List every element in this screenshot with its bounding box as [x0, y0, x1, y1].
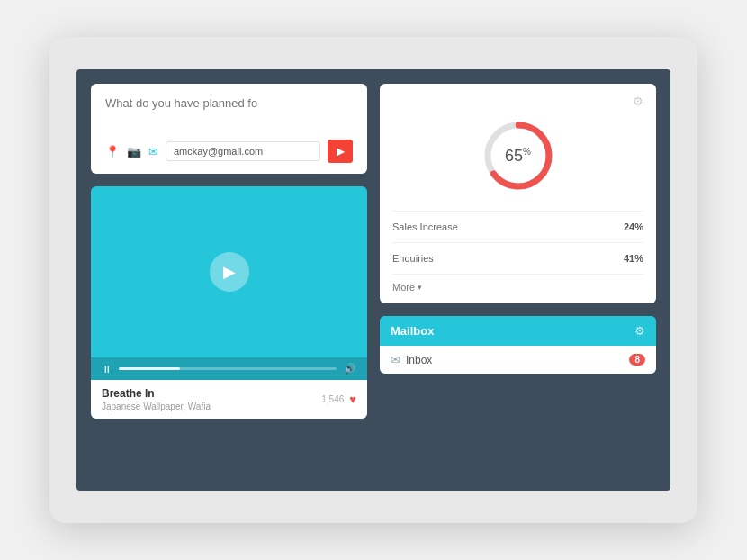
donut-chart: 65% — [392, 115, 644, 196]
video-controls: ⏸ 🔊 — [91, 357, 367, 380]
more-link[interactable]: More ▾ — [392, 280, 644, 293]
enquiries-label: Enquiries — [392, 253, 434, 264]
more-arrow-icon: ▾ — [418, 283, 422, 292]
stats-gear-icon[interactable]: ⚙ — [633, 95, 644, 108]
video-meta: 1,546 ♥ — [321, 393, 356, 406]
email-field[interactable] — [166, 141, 320, 161]
more-label: More — [392, 282, 415, 293]
stats-header: ⚙ — [392, 95, 644, 108]
right-column: ⚙ 65% Sales Increase 24% — [380, 84, 656, 419]
pause-icon[interactable]: ⏸ — [102, 364, 112, 375]
device-frame: 📍 📷 ✉ ▶ ▶ ⏸ — [50, 37, 698, 523]
send-icon: ▶ — [337, 145, 345, 158]
video-card: ▶ ⏸ 🔊 Breathe In Japanese Wallpaper, Waf… — [91, 186, 367, 419]
video-subtitle: Japanese Wallpaper, Wafia — [102, 402, 211, 411]
view-count: 1,546 — [321, 394, 344, 404]
video-text: Breathe In Japanese Wallpaper, Wafia — [102, 387, 211, 411]
play-icon: ▶ — [223, 262, 236, 282]
sales-label: Sales Increase — [392, 221, 458, 232]
enquiries-value: 41% — [624, 253, 644, 264]
stats-divider-3 — [392, 274, 644, 275]
donut-label: 65% — [505, 147, 531, 166]
location-icon[interactable]: 📍 — [105, 145, 120, 158]
mailbox-body: ✉ Inbox 8 — [380, 346, 656, 374]
left-column: 📍 📷 ✉ ▶ ▶ ⏸ — [91, 84, 367, 419]
progress-fill — [119, 367, 180, 370]
camera-icon[interactable]: 📷 — [127, 145, 141, 158]
stats-row-sales: Sales Increase 24% — [392, 217, 644, 237]
post-actions-bar: 📍 📷 ✉ ▶ — [105, 140, 353, 163]
donut-value: 65 — [505, 147, 523, 165]
post-card: 📍 📷 ✉ ▶ — [91, 84, 367, 174]
volume-icon[interactable]: 🔊 — [344, 363, 356, 375]
stats-row-enquiries: Enquiries 41% — [392, 248, 644, 268]
video-main-area: ▶ — [91, 186, 367, 357]
mailbox-gear-icon[interactable]: ⚙ — [634, 324, 645, 338]
heart-icon[interactable]: ♥ — [349, 393, 356, 406]
progress-bar[interactable] — [119, 367, 337, 370]
video-title: Breathe In — [102, 387, 211, 400]
inbox-left: ✉ Inbox — [391, 353, 432, 366]
stats-divider-2 — [392, 242, 644, 243]
sales-value: 24% — [624, 221, 644, 232]
stats-card: ⚙ 65% Sales Increase 24% — [380, 84, 656, 303]
inbox-mail-icon: ✉ — [391, 353, 400, 366]
play-button[interactable]: ▶ — [210, 252, 249, 292]
send-button[interactable]: ▶ — [328, 140, 353, 163]
inbox-badge: 8 — [629, 354, 645, 366]
mailbox-card: Mailbox ⚙ ✉ Inbox 8 — [380, 316, 656, 374]
mailbox-header: Mailbox ⚙ — [380, 316, 656, 346]
inbox-label: Inbox — [406, 354, 432, 366]
stats-divider-1 — [392, 211, 644, 212]
screen: 📍 📷 ✉ ▶ ▶ ⏸ — [76, 69, 670, 491]
mail-icon[interactable]: ✉ — [148, 145, 158, 158]
post-input[interactable] — [105, 96, 353, 131]
donut-suffix: % — [523, 147, 531, 157]
video-info: Breathe In Japanese Wallpaper, Wafia 1,5… — [91, 380, 367, 419]
mailbox-title: Mailbox — [391, 324, 434, 338]
